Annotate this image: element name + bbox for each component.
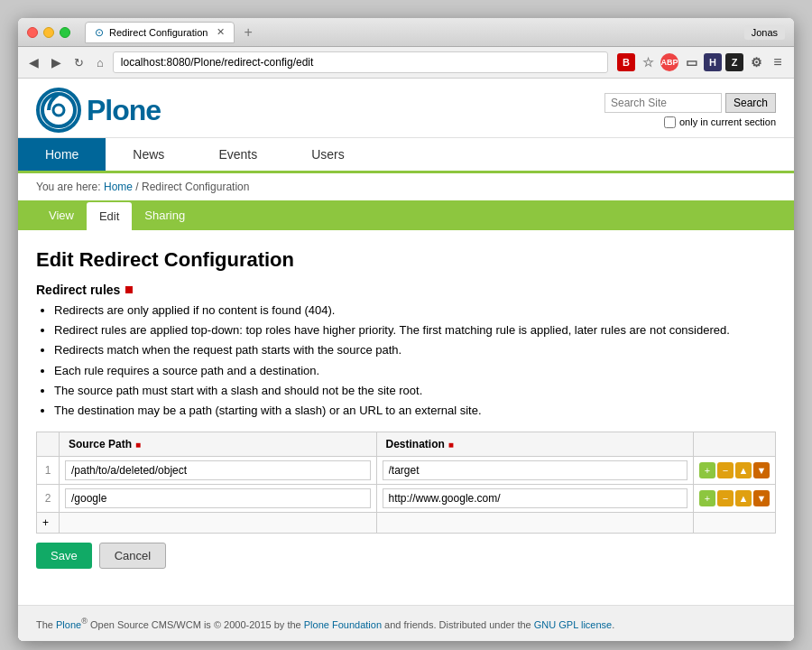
source-input-2[interactable]: [65, 488, 371, 508]
user-badge: Jonas: [744, 25, 785, 40]
main-content: Edit Redirect Configuration Redirect rul…: [18, 230, 794, 587]
source-required-dot: ■: [135, 440, 141, 450]
footer-sup: ®: [81, 617, 88, 626]
add-row-btn-2[interactable]: +: [699, 490, 715, 506]
browser-tab[interactable]: ⊙ Redirect Configuration ✕: [85, 22, 235, 43]
move-up-btn-1[interactable]: ▲: [735, 462, 752, 478]
star-icon[interactable]: ☆: [639, 53, 657, 71]
nav-item-home[interactable]: Home: [18, 138, 106, 171]
remove-row-btn-2[interactable]: −: [717, 490, 734, 506]
tab-edit[interactable]: Edit: [87, 202, 132, 230]
footer-foundation-link[interactable]: Plone Foundation: [304, 619, 382, 630]
add-row-actions: [694, 513, 776, 534]
list-item: The source path must start with a slash …: [54, 383, 776, 399]
breadcrumb-current: Redirect Configuration: [142, 181, 249, 193]
list-item: Each rule requires a source path and a d…: [54, 363, 776, 379]
browser-icons: B ☆ ABP ▭ H Z ⚙ ≡: [617, 53, 787, 71]
menu-icon[interactable]: ≡: [769, 53, 787, 71]
col-actions-header: [694, 432, 776, 457]
nav-item-users[interactable]: Users: [284, 138, 372, 171]
breadcrumb-prefix: You are here:: [36, 181, 101, 193]
search-section-checkbox[interactable]: [664, 116, 676, 128]
tab-title: Redirect Configuration: [109, 27, 208, 38]
add-row-dest: [376, 513, 694, 534]
site-footer: The Plone® Open Source CMS/WCM is © 2000…: [18, 605, 794, 641]
col-num-header: [37, 432, 60, 457]
list-item: Redirect rules are applied top-down: top…: [54, 322, 776, 339]
remove-row-btn-1[interactable]: −: [717, 462, 734, 478]
footer-license-link[interactable]: GNU GPL license: [534, 619, 612, 630]
table-row: 2 + − ▲ ▼: [37, 485, 776, 513]
section-title: Redirect rules: [36, 283, 776, 297]
actions-cell-2: + − ▲ ▼: [694, 485, 776, 513]
redirect-table: Source Path ■ Destination ■: [36, 432, 776, 534]
back-button[interactable]: ◀: [25, 53, 42, 71]
row-actions-1: + − ▲ ▼: [699, 462, 770, 478]
page-content: Plone Search only in current section Hom…: [18, 79, 794, 641]
dest-input-2[interactable]: [383, 488, 688, 508]
breadcrumb-separator: /: [135, 181, 142, 193]
rules-list: Redirects are only applied if no content…: [54, 302, 776, 419]
search-button[interactable]: Search: [725, 93, 776, 113]
move-up-btn-2[interactable]: ▲: [735, 490, 752, 506]
list-item: Redirects match when the request path st…: [54, 342, 776, 358]
minimize-button[interactable]: [43, 27, 54, 38]
breadcrumb: You are here: Home / Redirect Configurat…: [18, 173, 794, 200]
new-tab-button[interactable]: +: [238, 23, 257, 42]
save-button[interactable]: Save: [36, 543, 92, 569]
logo-circle: [36, 88, 81, 133]
search-input[interactable]: [604, 93, 722, 113]
tab-area: ⊙ Redirect Configuration ✕ +: [85, 22, 737, 43]
tab-view[interactable]: View: [36, 201, 87, 229]
forward-button[interactable]: ▶: [48, 53, 65, 71]
required-indicator: [125, 286, 133, 293]
nav-item-events[interactable]: Events: [191, 138, 284, 171]
site-nav: Home News Events Users: [18, 138, 794, 173]
dest-input-1[interactable]: [383, 460, 688, 480]
h-icon[interactable]: H: [704, 53, 722, 71]
list-item: The destination may be a path (starting …: [54, 403, 776, 419]
section-title-text: Redirect rules: [36, 283, 120, 297]
footer-period: .: [612, 619, 614, 630]
logo-text: Plone: [87, 94, 161, 127]
cancel-button[interactable]: Cancel: [99, 543, 166, 569]
bookmark-icon[interactable]: B: [617, 53, 635, 71]
breadcrumb-home[interactable]: Home: [104, 181, 133, 193]
close-button[interactable]: [27, 27, 38, 38]
row-actions-2: + − ▲ ▼: [699, 490, 770, 506]
row-num-1: 1: [37, 457, 60, 485]
nav-item-news[interactable]: News: [106, 138, 191, 171]
adblock-icon[interactable]: ABP: [660, 53, 678, 71]
source-input-1[interactable]: [65, 460, 371, 480]
logo-svg: [40, 91, 78, 129]
dest-cell-2: [376, 485, 694, 513]
add-row-btn-1[interactable]: +: [699, 462, 715, 478]
move-down-btn-1[interactable]: ▼: [753, 462, 770, 478]
footer-prefix: The: [36, 619, 53, 630]
z-icon[interactable]: Z: [725, 53, 743, 71]
table-row: 1 + − ▲ ▼: [37, 457, 776, 485]
monitor-icon[interactable]: ▭: [682, 53, 700, 71]
dest-required-dot: ■: [448, 440, 454, 450]
tab-close-btn[interactable]: ✕: [217, 26, 225, 38]
tab-favicon: ⊙: [95, 26, 104, 39]
browser-window: ⊙ Redirect Configuration ✕ + Jonas ◀ ▶ ↻…: [18, 18, 794, 641]
list-item: Redirects are only applied if no content…: [54, 302, 776, 319]
search-section-row: only in current section: [664, 116, 776, 128]
dest-cell-1: [376, 457, 694, 485]
home-button[interactable]: ⌂: [93, 54, 107, 71]
tab-sharing[interactable]: Sharing: [132, 201, 198, 229]
add-row-plus: +: [37, 513, 60, 534]
settings-icon[interactable]: ⚙: [747, 53, 765, 71]
svg-point-1: [53, 105, 64, 116]
address-bar[interactable]: [113, 51, 608, 73]
search-row: Search: [604, 93, 776, 113]
reload-button[interactable]: ↻: [70, 54, 88, 71]
source-cell-2: [60, 485, 377, 513]
add-row: +: [37, 513, 776, 534]
add-row-source: [60, 513, 377, 534]
move-down-btn-2[interactable]: ▼: [753, 490, 770, 506]
maximize-button[interactable]: [60, 27, 70, 38]
footer-plone-link[interactable]: Plone: [56, 619, 81, 630]
plone-logo: Plone: [36, 88, 161, 133]
